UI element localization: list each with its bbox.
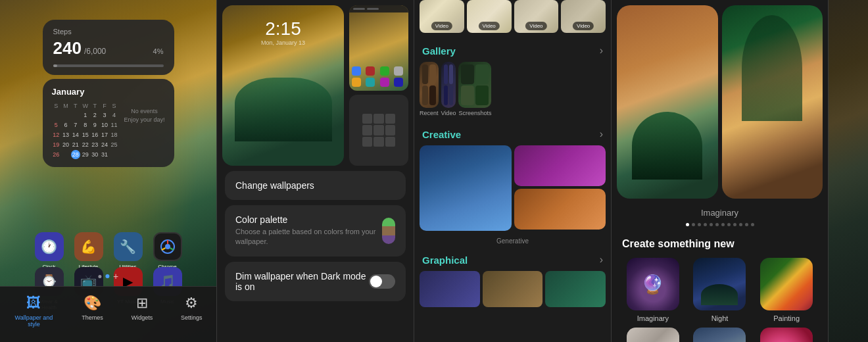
color-palette-preview (382, 218, 395, 244)
nav-settings[interactable]: ⚙ Settings (181, 295, 203, 321)
gallery-video[interactable]: Video (441, 62, 456, 119)
grid-cell (385, 114, 395, 124)
cal-day: 21 (71, 140, 80, 149)
grid-cell (385, 125, 395, 135)
cal-day: 4 (110, 110, 119, 120)
mini-icon (366, 78, 375, 87)
cal-day: 26 (52, 150, 61, 159)
gallery-panel: Video Video Video Video Gallery › Re (414, 0, 612, 342)
creative-right-col (514, 145, 606, 230)
app-chrome[interactable]: Chrome (151, 232, 184, 270)
nav-wallpaper[interactable]: 🖼 Wallpaper and style (14, 295, 53, 328)
wallpaper-side-previews (349, 5, 408, 166)
night-thumb (693, 258, 746, 310)
color-palette-row: Color palette Choose a palette based on … (235, 214, 395, 247)
dot-10[interactable] (745, 223, 748, 226)
dot-8[interactable] (733, 223, 736, 226)
create-flower[interactable] (756, 328, 817, 342)
graphical-arrow[interactable]: › (600, 254, 603, 266)
video-thumb-2[interactable]: Video (467, 0, 512, 33)
painting-thumb (760, 258, 813, 310)
graphical-thumb-2[interactable] (483, 271, 543, 307)
create-night[interactable]: Night (689, 258, 751, 322)
dim-wallpaper-setting[interactable]: Dim wallpaper when Dark mode is on (225, 262, 406, 301)
recent-label: Recent (420, 110, 439, 116)
nav-themes[interactable]: 🎨 Themes (82, 295, 103, 321)
create-grid-row2 (622, 328, 817, 342)
mini-app-icons (352, 66, 406, 87)
video-thumb-1[interactable]: Video (420, 0, 464, 33)
cal-day: 23 (90, 140, 99, 149)
svg-point-1 (165, 244, 170, 249)
wallpaper-preview: 2:15 Mon, January 13 (217, 0, 414, 171)
gallery-screenshots[interactable]: Screenshots (458, 62, 491, 119)
steps-label: Steps (53, 28, 164, 36)
svg-line-4 (162, 248, 166, 250)
create-mountain[interactable] (689, 328, 751, 342)
graphical-thumb-3[interactable] (545, 271, 606, 307)
video-badge-3: Video (525, 22, 546, 30)
gallery-recent[interactable]: Recent (420, 62, 439, 119)
cal-day: 2 (90, 110, 99, 120)
cal-day: 9 (90, 120, 99, 130)
dot-0[interactable] (686, 223, 689, 226)
app-clock[interactable]: 🕐 Clock (33, 232, 66, 270)
cal-header-s: S (52, 102, 61, 110)
dot-6[interactable] (721, 223, 725, 226)
themes-nav-label: Themes (82, 314, 103, 321)
status-dot (353, 8, 365, 10)
calendar-grid: S M T W T F S 1 2 3 4 5 (52, 102, 119, 159)
cal-header-f: F (100, 102, 109, 110)
mini-status-bar (349, 5, 408, 12)
wallpaper-grid-preview (349, 95, 408, 166)
dot-9[interactable] (739, 223, 742, 226)
creative-thumb-1[interactable] (420, 145, 512, 231)
creative-arrow[interactable]: › (600, 128, 603, 140)
mountain-thumb (693, 328, 746, 342)
grid-mini (362, 114, 395, 147)
creative-thumb-3[interactable] (514, 189, 606, 230)
cal-day (61, 150, 70, 159)
create-section: Create something new Imaginary Night Pai… (612, 233, 828, 342)
dot-1[interactable] (692, 223, 695, 226)
video-thumb-4[interactable]: Video (561, 0, 606, 33)
color-palette-setting[interactable]: Color palette Choose a palette based on … (225, 205, 406, 256)
creative-thumb-2[interactable] (514, 145, 606, 186)
wallpaper-settings-list: Change wallpapers Color palette Choose a… (217, 171, 414, 301)
add-page-button[interactable]: + (113, 271, 118, 281)
change-wallpapers-button[interactable]: Change wallpapers (225, 171, 406, 200)
gallery-arrow[interactable]: › (600, 45, 603, 57)
progress-bar-fill (53, 64, 58, 67)
create-imaginary[interactable]: Imaginary (622, 258, 684, 322)
phone-background: Steps 240 /6,000 4% January S M (0, 0, 216, 342)
cal-day: 12 (52, 130, 61, 139)
app-utilities[interactable]: 🔧 Utilities (112, 232, 145, 270)
cal-day: 25 (110, 140, 119, 149)
themes-nav-icon: 🎨 (84, 295, 101, 312)
video-thumb-3[interactable]: Video (514, 0, 559, 33)
wallpaper-lockscreen-preview (349, 5, 408, 91)
dot-4[interactable] (710, 223, 713, 226)
chrome-icon (153, 232, 182, 261)
cal-day: 15 (81, 130, 90, 139)
cal-day: 22 (81, 140, 90, 149)
creative-title: Creative (422, 129, 461, 140)
dim-wallpaper-toggle[interactable] (369, 274, 395, 289)
dot-5[interactable] (715, 223, 719, 226)
graphical-thumb-1[interactable] (420, 271, 480, 307)
create-title: Create something new (622, 238, 817, 250)
wallpaper-nav-icon: 🖼 (26, 295, 41, 312)
dot-11[interactable] (751, 223, 754, 226)
create-painting[interactable]: Painting (756, 258, 817, 322)
dot-2[interactable] (698, 223, 701, 226)
dot-7[interactable] (727, 223, 731, 226)
cal-header-t1: T (71, 102, 80, 110)
dot-3[interactable] (704, 223, 707, 226)
time-big: 2:15 (261, 18, 305, 39)
gallery-section-header: Gallery › (414, 38, 611, 62)
cal-day: 1 (81, 110, 90, 120)
create-stone[interactable] (622, 328, 684, 342)
nav-widgets[interactable]: ⊞ Widgets (132, 295, 153, 321)
widgets-nav-label: Widgets (132, 314, 153, 321)
app-lifestyle[interactable]: 💪 Lifestyle (72, 232, 105, 270)
